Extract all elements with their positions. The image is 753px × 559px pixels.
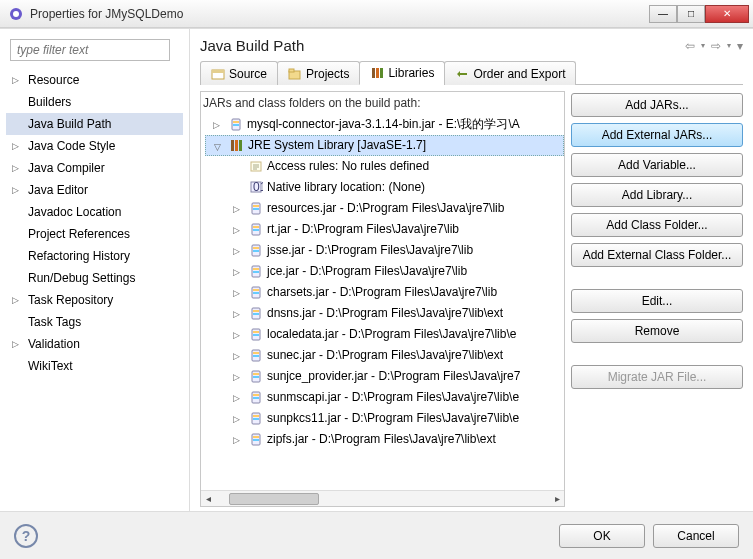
tab-source[interactable]: Source <box>200 61 278 85</box>
svg-rect-40 <box>253 352 259 354</box>
tree-node[interactable]: 01Native library location: (None) <box>205 177 564 198</box>
tree-node[interactable]: rt.jar - D:\Program Files\Java\jre7\lib <box>205 219 564 240</box>
svg-rect-53 <box>253 439 259 441</box>
add-jars-button[interactable]: Add JARs... <box>571 93 743 117</box>
nav-item[interactable]: WikiText <box>6 355 183 377</box>
svg-rect-6 <box>372 68 375 78</box>
nav-item[interactable]: Validation <box>6 333 183 355</box>
tree-node[interactable]: Access rules: No rules defined <box>205 156 564 177</box>
svg-rect-3 <box>212 70 224 73</box>
svg-rect-49 <box>253 415 259 417</box>
svg-rect-47 <box>253 397 259 399</box>
tree-node[interactable]: sunec.jar - D:\Program Files\Java\jre7\l… <box>205 345 564 366</box>
tree-node-label: sunec.jar - D:\Program Files\Java\jre7\l… <box>267 348 503 362</box>
tree-node[interactable]: zipfs.jar - D:\Program Files\Java\jre7\l… <box>205 429 564 450</box>
nav-item[interactable]: Task Repository <box>6 289 183 311</box>
add-external-class-folder-button[interactable]: Add External Class Folder... <box>571 243 743 267</box>
svg-rect-35 <box>253 313 259 315</box>
svg-rect-29 <box>253 271 259 273</box>
svg-rect-43 <box>253 373 259 375</box>
tab-label: Source <box>229 67 267 81</box>
add-library-button[interactable]: Add Library... <box>571 183 743 207</box>
tree-node-label: sunpkcs11.jar - D:\Program Files\Java\jr… <box>267 411 519 425</box>
svg-rect-25 <box>253 247 259 249</box>
jar-icon <box>249 369 263 383</box>
menu-arrow-icon[interactable]: ▾ <box>737 39 743 53</box>
nav-item[interactable]: Resource <box>6 69 183 91</box>
nav-item[interactable]: Project References <box>6 223 183 245</box>
tab-bar: SourceProjectsLibrariesOrder and Export <box>200 60 743 85</box>
tree-node-label: sunmscapi.jar - D:\Program Files\Java\jr… <box>267 390 519 404</box>
svg-rect-14 <box>239 140 242 151</box>
content-pane: Java Build Path ⇦▾ ⇨▾ ▾ SourceProjectsLi… <box>190 29 753 511</box>
horizontal-scrollbar[interactable]: ◂▸ <box>201 490 564 506</box>
add-variable-button[interactable]: Add Variable... <box>571 153 743 177</box>
lib-icon <box>230 138 244 152</box>
jar-icon <box>249 201 263 215</box>
nav-item[interactable]: Java Code Style <box>6 135 183 157</box>
tab-projects[interactable]: Projects <box>277 61 360 85</box>
tree-node[interactable]: jce.jar - D:\Program Files\Java\jre7\lib <box>205 261 564 282</box>
build-path-tree[interactable]: mysql-connector-java-3.1.14-bin.jar - E:… <box>205 114 564 450</box>
forward-arrow-icon[interactable]: ⇨ <box>711 39 721 53</box>
nav-item[interactable]: Task Tags <box>6 311 183 333</box>
remove-button[interactable]: Remove <box>571 319 743 343</box>
tree-node[interactable]: JRE System Library [JavaSE-1.7] <box>205 135 564 156</box>
tab-icon <box>288 68 302 80</box>
tree-node-label: sunjce_provider.jar - D:\Program Files\J… <box>267 369 520 383</box>
jar-icon <box>249 411 263 425</box>
nav-item[interactable]: Run/Debug Settings <box>6 267 183 289</box>
tree-node[interactable]: jsse.jar - D:\Program Files\Java\jre7\li… <box>205 240 564 261</box>
tree-node[interactable]: localedata.jar - D:\Program Files\Java\j… <box>205 324 564 345</box>
tree-node[interactable]: sunpkcs11.jar - D:\Program Files\Java\jr… <box>205 408 564 429</box>
maximize-button[interactable]: □ <box>677 5 705 23</box>
filter-input[interactable] <box>10 39 170 61</box>
tree-node[interactable]: sunmscapi.jar - D:\Program Files\Java\jr… <box>205 387 564 408</box>
nav-tree[interactable]: ResourceBuildersJava Build PathJava Code… <box>6 69 183 377</box>
nav-item[interactable]: Java Build Path <box>6 113 183 135</box>
tab-order-and-export[interactable]: Order and Export <box>444 61 576 85</box>
ok-button[interactable]: OK <box>559 524 645 548</box>
nav-item[interactable]: Java Compiler <box>6 157 183 179</box>
jar-icon <box>229 117 243 131</box>
help-icon[interactable]: ? <box>14 524 38 548</box>
svg-rect-8 <box>380 68 383 78</box>
button-column: Add JARs... Add External JARs... Add Var… <box>571 91 743 507</box>
close-button[interactable]: ✕ <box>705 5 749 23</box>
add-class-folder-button[interactable]: Add Class Folder... <box>571 213 743 237</box>
svg-rect-20 <box>253 208 259 210</box>
svg-rect-5 <box>289 69 294 72</box>
svg-rect-37 <box>253 331 259 333</box>
tree-node[interactable]: sunjce_provider.jar - D:\Program Files\J… <box>205 366 564 387</box>
tree-node[interactable]: charsets.jar - D:\Program Files\Java\jre… <box>205 282 564 303</box>
tree-node-label: charsets.jar - D:\Program Files\Java\jre… <box>267 285 497 299</box>
nav-item[interactable]: Java Editor <box>6 179 183 201</box>
svg-rect-19 <box>253 205 259 207</box>
svg-rect-31 <box>253 289 259 291</box>
tree-node[interactable]: dnsns.jar - D:\Program Files\Java\jre7\l… <box>205 303 564 324</box>
tree-node-label: Access rules: No rules defined <box>267 159 429 173</box>
tree-node[interactable]: resources.jar - D:\Program Files\Java\jr… <box>205 198 564 219</box>
tree-node[interactable]: mysql-connector-java-3.1.14-bin.jar - E:… <box>205 114 564 135</box>
svg-rect-11 <box>233 124 239 126</box>
edit-button[interactable]: Edit... <box>571 289 743 313</box>
history-nav: ⇦▾ ⇨▾ ▾ <box>685 39 743 53</box>
tree-node-label: resources.jar - D:\Program Files\Java\jr… <box>267 201 504 215</box>
tree-node-label: mysql-connector-java-3.1.14-bin.jar - E:… <box>247 117 520 131</box>
minimize-button[interactable]: — <box>649 5 677 23</box>
tree-node-label: Native library location: (None) <box>267 180 425 194</box>
jar-icon <box>249 306 263 320</box>
nav-item[interactable]: Refactoring History <box>6 245 183 267</box>
nav-item[interactable]: Builders <box>6 91 183 113</box>
migrate-jar-button[interactable]: Migrate JAR File... <box>571 365 743 389</box>
svg-rect-28 <box>253 268 259 270</box>
add-external-jars-button[interactable]: Add External JARs... <box>571 123 743 147</box>
jar-icon <box>249 243 263 257</box>
cancel-button[interactable]: Cancel <box>653 524 739 548</box>
svg-rect-52 <box>253 436 259 438</box>
tab-libraries[interactable]: Libraries <box>359 61 445 85</box>
back-arrow-icon[interactable]: ⇦ <box>685 39 695 53</box>
rule-icon <box>249 159 263 173</box>
svg-rect-7 <box>376 68 379 78</box>
nav-item[interactable]: Javadoc Location <box>6 201 183 223</box>
